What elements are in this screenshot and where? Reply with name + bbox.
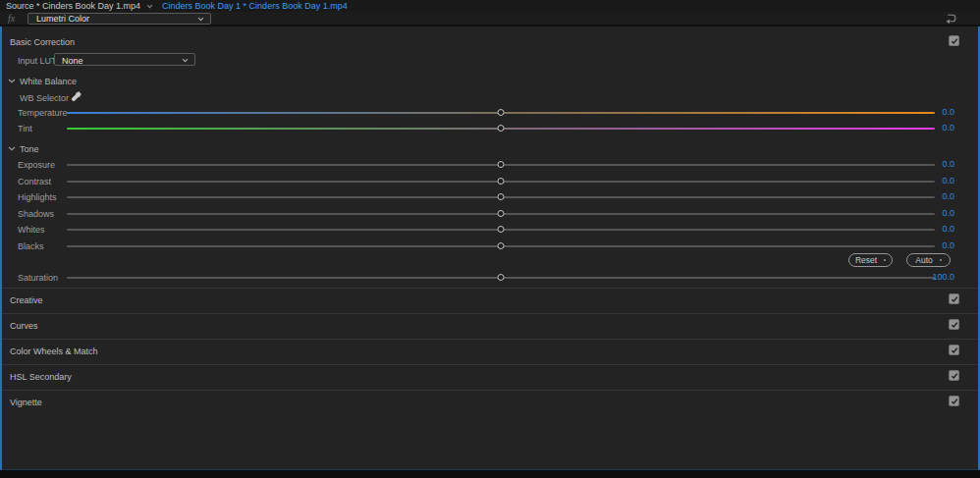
shadows-slider-thumb[interactable] — [498, 210, 505, 217]
section-row-color-wheels[interactable]: Color Wheels & Match — [2, 339, 978, 364]
input-lut-dropdown[interactable]: None — [54, 53, 195, 66]
exposure-value[interactable]: 0.0 — [921, 159, 954, 169]
highlights-label: Highlights — [18, 192, 57, 202]
tone-title: Tone — [20, 144, 39, 154]
tint-slider-track[interactable] — [67, 128, 935, 130]
temperature-slider-track[interactable] — [67, 112, 935, 114]
tint-slider-thumb[interactable] — [498, 125, 505, 132]
contrast-slider-track[interactable] — [67, 181, 935, 183]
wb-selector-label: WB Selector — [20, 93, 69, 103]
tone-buttons-row: Reset Auto — [2, 253, 978, 268]
button-dot — [884, 259, 886, 261]
temperature-slider-thumb[interactable] — [498, 109, 505, 116]
wb-selector-row: WB Selector — [2, 89, 978, 105]
color-wheels-checkbox[interactable] — [949, 345, 959, 355]
input-lut-label: Input LUT — [18, 56, 57, 66]
white-balance-title: White Balance — [20, 77, 77, 86]
highlights-value[interactable]: 0.0 — [921, 191, 954, 201]
section-row-curves[interactable]: Curves — [2, 313, 978, 339]
chevron-down-icon[interactable] — [146, 4, 153, 9]
tint-value[interactable]: 0.0 — [921, 123, 954, 133]
saturation-slider-thumb[interactable] — [498, 274, 505, 281]
collapse-chevron-icon[interactable] — [8, 146, 16, 151]
lumetri-color-panel: Source * Cinders Book Day 1.mp4 Cinders … — [0, 0, 980, 478]
saturation-slider-track[interactable] — [67, 277, 935, 279]
button-dot — [940, 259, 942, 261]
shadows-slider-row: Shadows 0.0 — [2, 206, 978, 222]
section-title: Color Wheels & Match — [10, 346, 98, 356]
hsl-secondary-checkbox[interactable] — [949, 370, 959, 381]
contrast-slider-thumb[interactable] — [498, 178, 505, 185]
shadows-value[interactable]: 0.0 — [921, 208, 954, 218]
eyedropper-icon[interactable] — [70, 90, 82, 103]
exposure-label: Exposure — [18, 160, 55, 170]
auto-button[interactable]: Auto — [906, 253, 951, 267]
shadows-label: Shadows — [18, 209, 54, 219]
exposure-slider-track[interactable] — [67, 164, 935, 166]
input-lut-value: None — [62, 56, 83, 66]
tab-source-clip[interactable]: Source * Cinders Book Day 1.mp4 — [6, 1, 140, 11]
blacks-slider-row: Blacks 0.0 — [2, 239, 978, 254]
temperature-label: Temperature — [18, 108, 68, 118]
collapse-chevron-icon[interactable] — [8, 79, 16, 83]
panel-bottom-gutter — [0, 470, 980, 478]
blacks-slider-thumb[interactable] — [498, 242, 505, 249]
exposure-slider-thumb[interactable] — [498, 161, 505, 168]
section-row-hsl-secondary[interactable]: HSL Secondary — [2, 364, 978, 390]
fx-icon: fx — [8, 13, 15, 24]
highlights-slider-track[interactable] — [67, 196, 935, 198]
basic-correction-title: Basic Correction — [10, 37, 75, 47]
section-row-vignette[interactable]: Vignette — [2, 390, 978, 415]
temperature-slider-row: Temperature 0.0 — [2, 105, 978, 121]
section-title: Vignette — [10, 398, 42, 407]
whites-label: Whites — [18, 225, 45, 235]
tint-slider-row: Tint 0.0 — [2, 121, 978, 136]
exposure-slider-row: Exposure 0.0 — [2, 157, 978, 173]
effect-dropdown[interactable]: Lumetri Color — [27, 13, 211, 25]
section-title: Creative — [10, 295, 43, 305]
auto-button-label: Auto — [915, 255, 933, 265]
saturation-label: Saturation — [18, 273, 58, 283]
reset-button-label: Reset — [855, 255, 877, 265]
blacks-value[interactable]: 0.0 — [921, 240, 954, 250]
blacks-label: Blacks — [18, 241, 44, 251]
whites-value[interactable]: 0.0 — [921, 224, 954, 234]
input-lut-row: Input LUT None — [2, 53, 978, 69]
panel-tab-bar: Source * Cinders Book Day 1.mp4 Cinders … — [0, 0, 980, 12]
tab-active-clip[interactable]: Cinders Book Day 1 * Cinders Book Day 1.… — [162, 1, 348, 11]
effect-selector-bar: fx Lumetri Color — [0, 12, 980, 25]
contrast-value[interactable]: 0.0 — [921, 176, 954, 186]
tone-header[interactable]: Tone — [2, 141, 978, 157]
contrast-slider-row: Contrast 0.0 — [2, 174, 978, 189]
whites-slider-thumb[interactable] — [498, 226, 505, 233]
highlights-slider-thumb[interactable] — [498, 193, 505, 200]
highlights-slider-row: Highlights 0.0 — [2, 189, 978, 205]
white-balance-header[interactable]: White Balance — [2, 74, 978, 89]
basic-correction-header[interactable]: Basic Correction — [2, 34, 978, 50]
section-row-creative[interactable]: Creative — [2, 288, 978, 313]
reset-effect-icon[interactable] — [945, 13, 956, 25]
section-title: HSL Secondary — [10, 372, 72, 382]
shadows-slider-track[interactable] — [67, 213, 935, 215]
lumetri-panel-content: Basic Correction Input LUT None White Ba… — [0, 27, 980, 470]
blacks-slider-track[interactable] — [67, 245, 935, 247]
whites-slider-row: Whites 0.0 — [2, 222, 978, 238]
temperature-value[interactable]: 0.0 — [921, 107, 954, 117]
whites-slider-track[interactable] — [67, 229, 935, 231]
saturation-value[interactable]: 100.0 — [921, 272, 954, 282]
chevron-down-icon — [197, 17, 204, 22]
section-title: Curves — [10, 321, 38, 331]
curves-checkbox[interactable] — [949, 319, 959, 330]
vignette-checkbox[interactable] — [949, 396, 959, 406]
tint-label: Tint — [18, 124, 32, 133]
basic-correction-checkbox[interactable] — [949, 35, 959, 46]
contrast-label: Contrast — [18, 177, 51, 186]
chevron-down-icon — [182, 58, 189, 63]
reset-button[interactable]: Reset — [848, 253, 893, 267]
creative-checkbox[interactable] — [949, 293, 959, 304]
effect-dropdown-value: Lumetri Color — [36, 14, 89, 24]
saturation-slider-row: Saturation 100.0 — [2, 270, 978, 286]
